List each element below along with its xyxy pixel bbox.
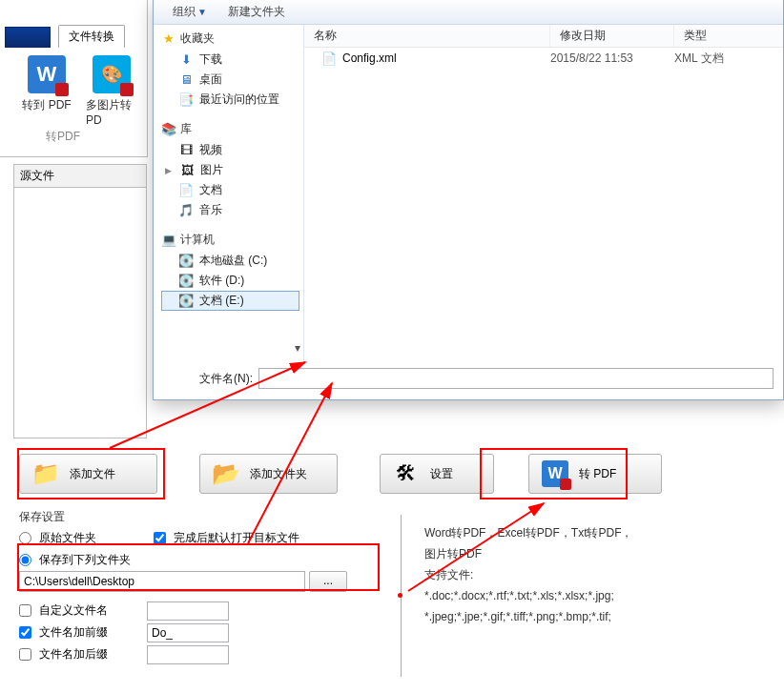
download-icon: ⬇ (178, 52, 194, 68)
custom-name-input[interactable] (147, 601, 229, 621)
tools-icon: 🛠 (392, 459, 421, 488)
nav-videos[interactable]: 🎞视频 (161, 140, 299, 160)
radio-original-folder[interactable]: 原始文件夹 (19, 530, 96, 546)
star-icon: ★ (161, 31, 176, 47)
expand-arrow-icon[interactable]: ▶ (165, 166, 172, 175)
file-row[interactable]: 📄Config.xml 2015/8/22 11:53 XML 文档 (304, 48, 783, 69)
nav-favorites-header[interactable]: ★收藏夹 (161, 31, 299, 47)
top-strip: 文件转换 W 转到 PDF 🎨 多图片转PD 转PDF (0, 0, 148, 157)
document-icon: 📄 (178, 183, 194, 198)
filename-label: 文件名(N): (154, 371, 258, 387)
organize-menu[interactable]: 组织▼ (173, 4, 207, 20)
picture-icon: 🖼 (179, 163, 195, 178)
chevron-down-icon: ▼ (197, 7, 207, 17)
info-text: Word转PDF，Excel转PDF，Txt转PDF， 图片转PDF 支持文件:… (424, 522, 768, 627)
nav-recent[interactable]: 📑最近访问的位置 (161, 90, 299, 110)
section-label: 转PDF (0, 127, 147, 145)
file-open-dialog: 组织▼ 新建文件夹 ★收藏夹 ⬇下载 🖥桌面 📑最近访问的位置 📚库 🎞视频 ▶… (153, 0, 784, 400)
checkbox-open-after[interactable]: 完成后默认打开目标文件 (154, 530, 299, 546)
pdf-badge-icon (120, 83, 134, 96)
new-folder-button[interactable]: 新建文件夹 (228, 4, 285, 20)
recent-icon: 📑 (178, 92, 194, 108)
convert-pdf-button[interactable]: W 转 PDF (528, 454, 662, 494)
word-pdf-icon: W (541, 459, 569, 488)
drive-icon: 💽 (178, 254, 194, 269)
suffix-input[interactable] (147, 645, 229, 664)
nav-libraries-header[interactable]: 📚库 (161, 121, 299, 137)
app-menu-button[interactable] (5, 27, 51, 48)
radio-save-to-folder[interactable]: 保存到下列文件夹 (19, 552, 401, 568)
multi-image-label: 多图片转PD (86, 97, 137, 127)
save-settings-header: 保存设置 (19, 509, 401, 525)
music-icon: 🎵 (178, 203, 194, 218)
nav-computer-header[interactable]: 💻计算机 (161, 232, 299, 248)
nav-pictures[interactable]: ▶🖼图片 (161, 160, 299, 180)
filename-input[interactable] (258, 368, 774, 389)
library-icon: 📚 (161, 122, 176, 137)
nav-drive-d[interactable]: 💽软件 (D:) (161, 271, 299, 291)
checkbox-custom-name[interactable]: 自定义文件名 (19, 602, 134, 619)
drive-icon: 💽 (178, 294, 194, 309)
video-icon: 🎞 (178, 143, 194, 158)
nav-drive-c[interactable]: 💽本地磁盘 (C:) (161, 251, 299, 271)
nav-drive-e[interactable]: 💽文档 (E:) (161, 291, 299, 311)
scroll-down-icon[interactable]: ▾ (295, 341, 300, 355)
add-file-button[interactable]: 📁 添加文件 (19, 454, 157, 494)
to-pdf-button[interactable]: W 转到 PDF (21, 55, 72, 127)
folder-add-icon: 📁 (31, 459, 60, 488)
xml-file-icon: 📄 (321, 51, 337, 66)
save-settings-panel: 保存设置 原始文件夹 完成后默认打开目标文件 保存到下列文件夹 ... 自定义文… (19, 505, 401, 665)
checkbox-prefix[interactable]: 文件名加前缀 (19, 624, 134, 641)
nav-desktop[interactable]: 🖥桌面 (161, 70, 299, 90)
col-type[interactable]: 类型 (674, 25, 779, 47)
folder-icon: 📂 (212, 459, 240, 488)
settings-button[interactable]: 🛠 设置 (380, 454, 494, 494)
col-date[interactable]: 修改日期 (550, 25, 674, 47)
tab-file-convert[interactable]: 文件转换 (58, 25, 125, 48)
add-folder-button[interactable]: 📂 添加文件夹 (199, 454, 338, 494)
nav-music[interactable]: 🎵音乐 (161, 200, 299, 220)
multi-image-pdf-button[interactable]: 🎨 多图片转PD (86, 55, 137, 127)
nav-pane: ★收藏夹 ⬇下载 🖥桌面 📑最近访问的位置 📚库 🎞视频 ▶🖼图片 📄文档 🎵音… (154, 25, 304, 360)
checkbox-suffix[interactable]: 文件名加后缀 (19, 646, 134, 662)
drive-icon: 💽 (178, 274, 194, 289)
save-path-input[interactable] (19, 571, 305, 592)
pdf-badge-icon (55, 83, 69, 96)
source-files-panel: 源文件 (13, 164, 147, 438)
column-headers: 名称 修改日期 类型 (304, 25, 783, 48)
red-dot-marker (398, 593, 402, 598)
to-pdf-label: 转到 PDF (22, 97, 71, 113)
nav-documents[interactable]: 📄文档 (161, 180, 299, 200)
browse-button[interactable]: ... (309, 571, 347, 592)
desktop-icon: 🖥 (178, 72, 194, 88)
prefix-input[interactable] (147, 623, 229, 642)
computer-icon: 💻 (161, 233, 176, 248)
col-name[interactable]: 名称 (304, 25, 550, 47)
source-files-header: 源文件 (14, 165, 146, 188)
nav-downloads[interactable]: ⬇下载 (161, 50, 299, 70)
